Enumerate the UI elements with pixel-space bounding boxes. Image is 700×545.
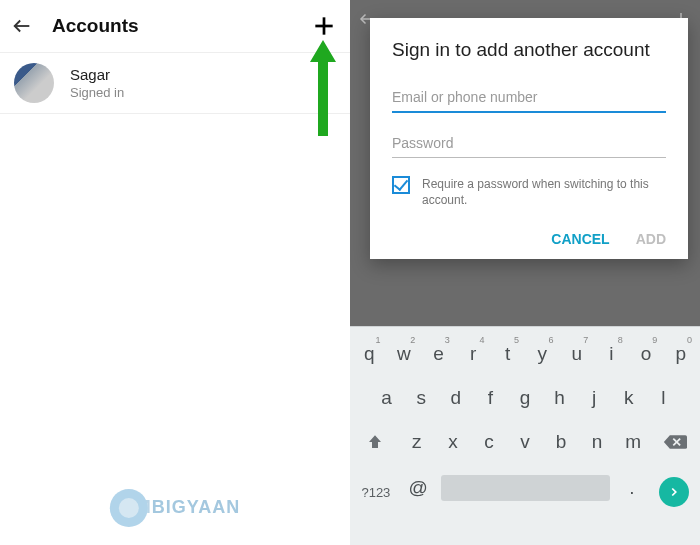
keyboard-row-1: q1w2e3r4t5y6u7i8o9p0 bbox=[350, 327, 700, 373]
signin-screen: Sign in to add another account Require a… bbox=[350, 0, 700, 545]
shift-key[interactable] bbox=[352, 421, 399, 461]
key-q[interactable]: q1 bbox=[352, 333, 387, 373]
key-y[interactable]: y6 bbox=[525, 333, 560, 373]
key-i[interactable]: i8 bbox=[594, 333, 629, 373]
annotation-arrow bbox=[310, 40, 336, 136]
key-b[interactable]: b bbox=[543, 421, 579, 461]
keyboard: q1w2e3r4t5y6u7i8o9p0 asdfghjkl zxcvbnm ?… bbox=[350, 326, 700, 545]
svg-marker-3 bbox=[310, 40, 336, 136]
key-d[interactable]: d bbox=[439, 377, 474, 417]
watermark: MBIGYAAN bbox=[110, 489, 240, 527]
key-e[interactable]: e3 bbox=[421, 333, 456, 373]
go-key[interactable] bbox=[650, 467, 698, 515]
key-z[interactable]: z bbox=[399, 421, 435, 461]
key-c[interactable]: c bbox=[471, 421, 507, 461]
keyboard-row-2: asdfghjkl bbox=[350, 373, 700, 417]
key-j[interactable]: j bbox=[577, 377, 612, 417]
cancel-button[interactable]: CANCEL bbox=[551, 231, 609, 247]
dot-key[interactable]: . bbox=[614, 467, 651, 515]
key-m[interactable]: m bbox=[615, 421, 651, 461]
key-x[interactable]: x bbox=[435, 421, 471, 461]
accounts-screen: Accounts Sagar Signed in MBIGYAAN bbox=[0, 0, 350, 545]
key-k[interactable]: k bbox=[611, 377, 646, 417]
key-t[interactable]: t5 bbox=[490, 333, 525, 373]
checkbox-label: Require a password when switching to thi… bbox=[422, 176, 666, 210]
space-key[interactable] bbox=[437, 467, 614, 515]
key-r[interactable]: r4 bbox=[456, 333, 491, 373]
email-input[interactable] bbox=[392, 85, 666, 113]
dialog-title: Sign in to add another account bbox=[392, 38, 666, 63]
require-password-checkbox[interactable] bbox=[392, 176, 410, 194]
backspace-key[interactable] bbox=[651, 421, 698, 461]
key-g[interactable]: g bbox=[508, 377, 543, 417]
account-status: Signed in bbox=[70, 85, 124, 100]
password-input[interactable] bbox=[392, 131, 666, 158]
account-row[interactable]: Sagar Signed in bbox=[0, 52, 350, 114]
add-account-button[interactable] bbox=[308, 10, 340, 42]
symbols-key[interactable]: ?123 bbox=[352, 467, 400, 515]
key-w[interactable]: w2 bbox=[387, 333, 422, 373]
key-l[interactable]: l bbox=[646, 377, 681, 417]
key-s[interactable]: s bbox=[404, 377, 439, 417]
key-p[interactable]: p0 bbox=[663, 333, 698, 373]
at-key[interactable]: @ bbox=[400, 467, 437, 515]
accounts-header: Accounts bbox=[0, 0, 350, 52]
key-u[interactable]: u7 bbox=[560, 333, 595, 373]
back-arrow-icon[interactable] bbox=[10, 14, 34, 38]
keyboard-row-4: ?123 @ . bbox=[350, 461, 700, 521]
avatar bbox=[14, 63, 54, 103]
signin-dialog: Sign in to add another account Require a… bbox=[370, 18, 688, 259]
key-a[interactable]: a bbox=[369, 377, 404, 417]
account-name: Sagar bbox=[70, 66, 124, 83]
key-h[interactable]: h bbox=[542, 377, 577, 417]
add-button[interactable]: ADD bbox=[636, 231, 666, 247]
page-title: Accounts bbox=[52, 15, 139, 37]
key-o[interactable]: o9 bbox=[629, 333, 664, 373]
keyboard-row-3: zxcvbnm bbox=[350, 417, 700, 461]
key-v[interactable]: v bbox=[507, 421, 543, 461]
key-f[interactable]: f bbox=[473, 377, 508, 417]
key-n[interactable]: n bbox=[579, 421, 615, 461]
